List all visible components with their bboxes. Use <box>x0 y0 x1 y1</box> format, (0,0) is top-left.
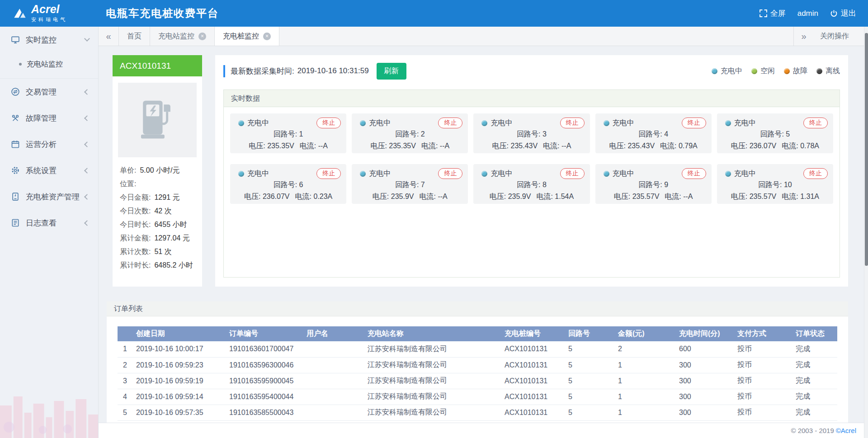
circuit-status: 充电中 <box>481 118 512 128</box>
sidebar-menu: 实时监控 充电站监控 交易管理 <box>0 27 98 236</box>
column-header: 订单编号 <box>226 326 303 341</box>
legend-item: 故障 <box>784 66 807 76</box>
sidebar-item-fault-management[interactable]: 故障管理 <box>0 105 98 131</box>
close-operations-button[interactable]: 关闭操作 <box>814 27 855 46</box>
pile-stat-line: 单价: 5.00 小时/元 <box>120 164 197 177</box>
circuit-card: 充电中 终止 回路号: 7 电压: 235.9V电流: --A <box>352 164 468 204</box>
circuit-number: 回路号: 2 <box>356 130 463 139</box>
app-header: Acrel 安科瑞电气 电瓶车充电桩收费平台 全屏 admin 退出 <box>0 0 868 27</box>
order-table-row: 1 2019-10-16 10:00:17 1910163601700047 江… <box>118 341 837 357</box>
user-menu[interactable]: admin <box>797 9 818 18</box>
circuit-number: 回路号: 7 <box>356 180 463 190</box>
monitor-icon <box>11 35 20 44</box>
pile-stat-line: 累计金额: 1297.04 元 <box>120 231 197 245</box>
chevron-left-icon <box>84 89 90 95</box>
terminate-button[interactable]: 终止 <box>438 168 462 179</box>
sidebar-item-charging-station-monitor[interactable]: 充电站监控 <box>0 53 98 75</box>
sidebar-item-pile-asset-management[interactable]: 充电桩资产管理 <box>0 184 98 210</box>
chevron-left-icon <box>84 115 90 121</box>
terminate-button[interactable]: 终止 <box>803 118 828 128</box>
circuit-values: 电压: 235.57V电流: --A <box>600 192 707 202</box>
tab-close-icon[interactable]: × <box>263 33 271 40</box>
circuit-number: 回路号: 4 <box>600 130 707 139</box>
vertical-scrollbar[interactable] <box>864 27 868 438</box>
charging-status-dot-icon <box>360 120 366 126</box>
circuit-status: 充电中 <box>238 169 269 179</box>
charging-status-dot-icon <box>238 120 244 126</box>
status-dot-icon <box>751 68 757 74</box>
column-header: 充电桩编号 <box>501 326 565 341</box>
circuit-values: 电压: 236.07V电流: 0.23A <box>235 192 342 202</box>
chevron-down-icon <box>84 36 90 42</box>
column-header: 充电时间(分) <box>675 326 734 341</box>
chevron-left-icon <box>84 194 90 200</box>
circuit-card: 充电中 终止 回路号: 8 电压: 235.9V电流: 1.54A <box>473 164 590 204</box>
logo-subtext: 安科瑞电气 <box>31 16 67 23</box>
sidebar-item-transaction-management[interactable]: 交易管理 <box>0 79 98 105</box>
column-header: 用户名 <box>303 326 364 341</box>
tab-charging-station-monitor[interactable]: 充电站监控 × <box>150 27 215 46</box>
circuit-status: 充电中 <box>238 118 269 128</box>
logout-button[interactable]: 退出 <box>830 8 856 19</box>
fullscreen-button[interactable]: 全屏 <box>760 8 786 19</box>
acrel-link[interactable]: ©Acrel <box>836 427 856 434</box>
terminate-button[interactable]: 终止 <box>316 168 341 179</box>
sidebar: 实时监控 充电站监控 交易管理 <box>0 27 99 438</box>
sidebar-item-realtime-monitor[interactable]: 实时监控 <box>0 27 98 53</box>
pile-image-placeholder <box>118 83 197 157</box>
sidebar-item-system-settings[interactable]: 系统设置 <box>0 157 98 184</box>
column-header: 创建日期 <box>132 326 226 341</box>
circuit-card: 充电中 终止 回路号: 5 电压: 236.07V电流: 0.78A <box>717 113 833 153</box>
circuit-number: 回路号: 3 <box>478 130 585 139</box>
charging-status-dot-icon <box>725 171 731 177</box>
column-header: 充电站名称 <box>364 326 501 341</box>
circuit-values: 电压: 235.9V电流: 1.54A <box>478 192 585 202</box>
pile-stat-line: 今日时长: 6455 小时 <box>120 218 197 231</box>
bullet-icon <box>19 63 22 66</box>
calendar-icon <box>11 140 20 149</box>
charging-status-dot-icon <box>360 171 366 177</box>
collection-info-bar: 最新数据采集时间: 2019-10-16 10:31:59 刷新 充电中 <box>215 55 848 80</box>
order-table-row: 2 2019-10-16 09:59:23 1910163596300046 江… <box>118 357 837 373</box>
sidebar-item-log-view[interactable]: 日志查看 <box>0 210 98 236</box>
terminate-button[interactable]: 终止 <box>438 118 462 128</box>
column-header: 金额(元) <box>614 326 675 341</box>
terminate-button[interactable]: 终止 <box>803 168 828 179</box>
charging-pile-icon <box>11 192 20 201</box>
charging-status-dot-icon <box>604 171 609 177</box>
pile-stats: 单价: 5.00 小时/元 位置: 今日金额: <box>118 164 197 272</box>
tab-close-icon[interactable]: × <box>198 33 206 40</box>
chevron-left-icon <box>84 220 90 226</box>
circuit-card: 充电中 终止 回路号: 2 电压: 235.35V电流: --A <box>352 113 468 153</box>
legend-item: 离线 <box>816 66 840 76</box>
footer: © 2003 - 2019 ©Acrel <box>99 423 868 438</box>
status-dot-icon <box>712 68 717 74</box>
column-header: 支付方式 <box>734 326 792 341</box>
column-header: 订单状态 <box>792 326 837 341</box>
tab-home[interactable]: 首页 <box>119 27 150 46</box>
tabs-scroll-left-button[interactable]: « <box>99 27 119 46</box>
tab-charging-pile-monitor[interactable]: 充电桩监控 × <box>215 27 279 46</box>
charging-status-dot-icon <box>481 120 487 126</box>
terminate-button[interactable]: 终止 <box>316 118 341 128</box>
circuit-number: 回路号: 8 <box>478 180 585 190</box>
status-dot-icon <box>784 68 790 74</box>
refresh-button[interactable]: 刷新 <box>377 63 406 80</box>
circuit-status: 充电中 <box>604 118 634 128</box>
charging-status-dot-icon <box>725 120 731 126</box>
realtime-data-section: 实时数据 充电中 终止 <box>223 89 840 278</box>
terminate-button[interactable]: 终止 <box>560 168 585 179</box>
sidebar-item-operation-analysis[interactable]: 运营分析 <box>0 131 98 157</box>
terminate-button[interactable]: 终止 <box>682 118 706 128</box>
terminate-button[interactable]: 终止 <box>682 168 706 179</box>
circuit-values: 电压: 235.35V电流: --A <box>235 141 342 151</box>
scrollbar-thumb[interactable] <box>865 33 868 266</box>
circuit-status: 充电中 <box>360 118 391 128</box>
circuit-values: 电压: 235.57V电流: 1.31A <box>722 192 829 202</box>
tab-bar: « 首页 充电站监控 × 充电桩监控 × » 关闭操作 <box>99 27 868 46</box>
tabs-scroll-right-button[interactable]: » <box>793 27 814 46</box>
circuit-status: 充电中 <box>725 169 756 179</box>
acrel-logo-icon <box>13 6 27 21</box>
accent-bar <box>223 65 225 77</box>
terminate-button[interactable]: 终止 <box>560 118 585 128</box>
